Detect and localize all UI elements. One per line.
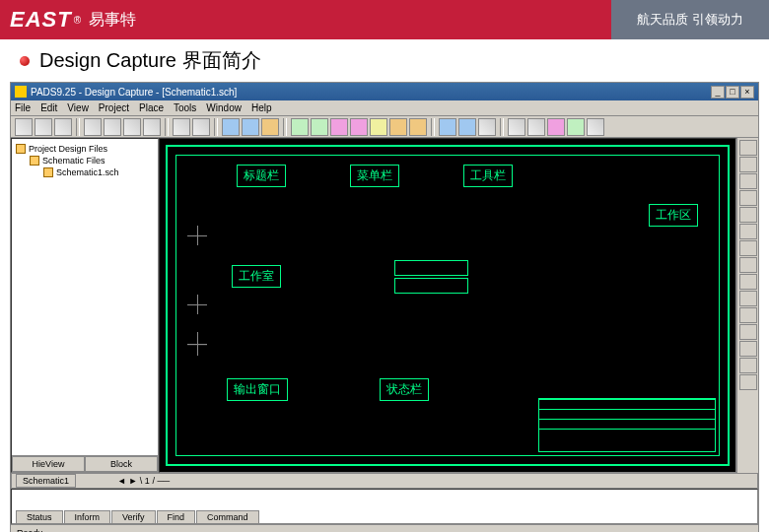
toolbar-bus-icon[interactable] [350,118,368,136]
toolbar-undo-icon[interactable] [173,118,190,136]
banner-left: EAST ® 易事特 [0,0,611,39]
toolbar-layers-icon[interactable] [547,118,565,136]
tool-text-icon[interactable] [739,307,757,323]
tool-rotate-icon[interactable] [739,173,757,189]
toolbar-cut-icon[interactable] [104,118,121,136]
toolbar-separator [431,118,435,136]
folder-icon [16,144,26,154]
output-tab-find[interactable]: Find [157,510,196,523]
window-controls: _ □ × [711,86,754,99]
toolbar-verify-icon[interactable] [439,118,456,136]
toolbar-net-icon[interactable] [330,118,348,136]
tool-rect-icon[interactable] [739,257,757,273]
banner-slogan: 航天品质 引领动力 [611,0,769,39]
toolbar-copy-icon[interactable] [123,118,141,136]
toolbar [11,116,758,138]
toolbar-colors-icon[interactable] [567,118,585,136]
tab-block[interactable]: Block [85,456,158,472]
bullet-icon [20,56,30,66]
menu-tools[interactable]: Tools [174,102,196,113]
toolbar-grid-icon[interactable] [261,118,279,136]
registered-mark: ® [74,15,81,26]
toolbar-print-icon[interactable] [84,118,102,136]
tool-mirror-icon[interactable] [739,190,757,206]
title-block-row [539,399,715,409]
tool-pan-icon[interactable] [739,358,757,373]
tool-copy-icon[interactable] [739,224,757,239]
tool-delete-icon[interactable] [739,207,757,223]
menu-project[interactable]: Project [99,102,129,113]
file-icon [43,167,53,177]
output-tab-verify[interactable]: Verify [111,510,156,523]
close-button[interactable]: × [740,86,754,99]
output-tab-status[interactable]: Status [16,510,63,523]
document-tabs: Schematic1 ◄ ► \ 1 / ── [11,473,758,489]
project-tree[interactable]: Project Design Files Schematic Files Sch… [12,139,158,455]
schematic-canvas[interactable]: 标题栏 菜单栏 工具栏 工作区 工作室 输出窗口 状态栏 [159,138,736,473]
toolbar-options-icon[interactable] [527,118,545,136]
menu-edit[interactable]: Edit [40,102,57,113]
tool-zoom-icon[interactable] [739,341,757,357]
tab-hierview[interactable]: HieView [12,456,85,472]
tool-move-icon[interactable] [739,157,757,172]
slide-title-row: Design Capture 界面简介 [0,39,769,82]
title-block [538,398,716,452]
toolbar-zoom-icon[interactable] [222,118,240,136]
tool-select-icon[interactable] [739,140,757,156]
menu-view[interactable]: View [67,102,89,113]
toolbar-find-icon[interactable] [508,118,525,136]
statusbar: Ready [11,524,758,532]
toolbar-ground-icon[interactable] [389,118,407,136]
tool-measure-icon[interactable] [739,324,757,340]
toolbar-help-icon[interactable] [587,118,604,136]
toolbar-wire-icon[interactable] [311,118,328,136]
output-tab-inform[interactable]: Inform [64,510,111,523]
callout-statusbar: 状态栏 [380,378,429,401]
toolbar-power-icon[interactable] [409,118,427,136]
logo-chinese: 易事特 [89,10,136,31]
callout-output: 输出窗口 [227,378,288,401]
menu-help[interactable]: Help [251,102,272,113]
tree-schematic-file[interactable]: Schematic1.sch [43,166,154,178]
cursor-cross-icon [187,226,207,245]
right-toolbar [736,138,758,473]
marker-cross-icon [187,295,207,314]
menubar[interactable]: File Edit View Project Place Tools Windo… [11,100,758,116]
status-text: Ready [17,528,42,533]
toolbar-part-icon[interactable] [291,118,309,136]
toolbar-redo-icon[interactable] [192,118,210,136]
toolbar-new-icon[interactable] [15,118,33,136]
tool-arc-icon[interactable] [739,291,757,306]
tab-schematic[interactable]: Schematic1 [16,474,76,488]
tree-root[interactable]: Project Design Files [16,143,154,155]
main-area: Project Design Files Schematic Files Sch… [11,138,758,473]
menu-file[interactable]: File [15,102,31,113]
toolbar-separator [500,118,504,136]
menu-place[interactable]: Place [139,102,164,113]
title-block-row [539,429,715,438]
toolbar-netlist-icon[interactable] [478,118,496,136]
title-block-row [539,419,715,429]
toolbar-port-icon[interactable] [370,118,387,136]
toolbar-erc-icon[interactable] [458,118,476,136]
menu-window[interactable]: Window [206,102,242,113]
tree-schematic-folder[interactable]: Schematic Files [30,155,154,166]
toolbar-save-icon[interactable] [54,118,72,136]
toolbar-zoomfit-icon[interactable] [242,118,259,136]
minimize-button[interactable]: _ [711,86,725,99]
tool-snap-icon[interactable] [739,374,757,390]
toolbar-open-icon[interactable] [35,118,52,136]
east-logo: EAST [10,7,72,33]
toolbar-separator [165,118,169,136]
sheet-border: 标题栏 菜单栏 工具栏 工作区 工作室 输出窗口 状态栏 [166,145,730,466]
folder-icon [30,156,39,166]
output-window[interactable]: Status Inform Verify Find Command [11,489,758,524]
output-tab-command[interactable]: Command [196,510,259,523]
maximize-button[interactable]: □ [726,86,739,99]
toolbar-paste-icon[interactable] [143,118,161,136]
tool-circle-icon[interactable] [739,274,757,290]
title-block-row [539,409,715,419]
left-panel-tabs: HieView Block [12,455,158,472]
tool-line-icon[interactable] [739,240,757,256]
sheet-tabs: ◄ ► \ 1 / ── [117,476,170,486]
